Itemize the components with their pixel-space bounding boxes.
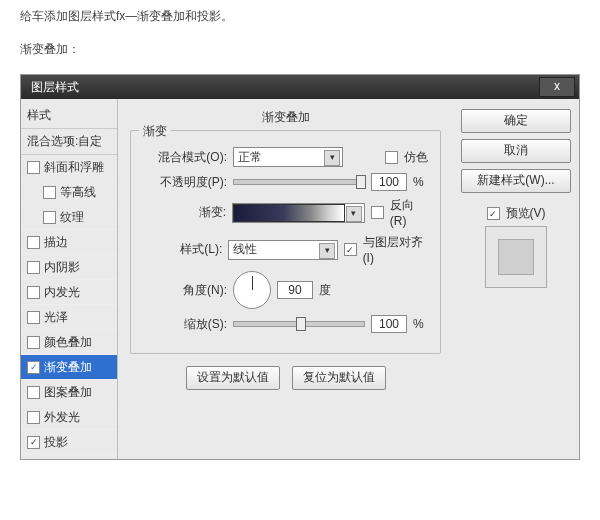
sidebar-checkbox[interactable] bbox=[27, 236, 40, 249]
sidebar-checkbox[interactable]: ✓ bbox=[27, 361, 40, 374]
angle-dial[interactable] bbox=[233, 271, 271, 309]
opacity-label: 不透明度(P): bbox=[141, 174, 227, 191]
sidebar-item-2[interactable]: 纹理 bbox=[21, 205, 117, 230]
preview-checkbox[interactable]: ✓ bbox=[487, 207, 500, 220]
opacity-value[interactable]: 100 bbox=[371, 173, 407, 191]
opacity-unit: % bbox=[413, 175, 424, 189]
reverse-label: 反向(R) bbox=[390, 197, 430, 228]
reverse-checkbox[interactable] bbox=[371, 206, 384, 219]
sidebar-item-4[interactable]: 内阴影 bbox=[21, 255, 117, 280]
sidebar-item-0[interactable]: 斜面和浮雕 bbox=[21, 155, 117, 180]
sidebar-item-label: 内阴影 bbox=[44, 259, 80, 276]
sidebar-item-label: 图案叠加 bbox=[44, 384, 92, 401]
sidebar-item-3[interactable]: 描边 bbox=[21, 230, 117, 255]
sidebar-checkbox[interactable]: ✓ bbox=[27, 436, 40, 449]
style-value: 线性 bbox=[233, 241, 257, 258]
new-style-button[interactable]: 新建样式(W)... bbox=[461, 169, 571, 193]
align-checkbox[interactable]: ✓ bbox=[344, 243, 356, 256]
scale-label: 缩放(S): bbox=[141, 316, 227, 333]
sidebar-item-label: 投影 bbox=[44, 434, 68, 451]
sidebar-item-11[interactable]: ✓投影 bbox=[21, 430, 117, 455]
gradient-picker[interactable]: ▾ bbox=[232, 203, 365, 223]
sidebar-item-6[interactable]: 光泽 bbox=[21, 305, 117, 330]
sidebar-item-label: 外发光 bbox=[44, 409, 80, 426]
scale-value[interactable]: 100 bbox=[371, 315, 407, 333]
blend-mode-value: 正常 bbox=[238, 149, 262, 166]
sidebar-checkbox[interactable] bbox=[27, 311, 40, 324]
dither-checkbox[interactable] bbox=[385, 151, 398, 164]
sidebar-header[interactable]: 样式 bbox=[21, 103, 117, 129]
group-legend: 渐变 bbox=[139, 123, 171, 140]
sidebar-item-label: 光泽 bbox=[44, 309, 68, 326]
sidebar-checkbox[interactable] bbox=[27, 161, 40, 174]
blend-options-row[interactable]: 混合选项:自定 bbox=[21, 129, 117, 155]
cancel-button[interactable]: 取消 bbox=[461, 139, 571, 163]
gradient-group: 渐变 混合模式(O): 正常 ▾ 仿色 不透明度(P): 100 % bbox=[130, 130, 441, 354]
sidebar-checkbox[interactable] bbox=[43, 211, 56, 224]
sidebar-checkbox[interactable] bbox=[27, 261, 40, 274]
sidebar-item-label: 颜色叠加 bbox=[44, 334, 92, 351]
sidebar-checkbox[interactable] bbox=[27, 411, 40, 424]
dialog-title: 图层样式 bbox=[25, 79, 539, 96]
blend-mode-select[interactable]: 正常 ▾ bbox=[233, 147, 343, 167]
sidebar-item-label: 描边 bbox=[44, 234, 68, 251]
chevron-down-icon: ▾ bbox=[346, 206, 362, 222]
styles-sidebar: 样式 混合选项:自定 斜面和浮雕等高线纹理描边内阴影内发光光泽颜色叠加✓渐变叠加… bbox=[21, 99, 118, 459]
main-panel: 渐变叠加 渐变 混合模式(O): 正常 ▾ 仿色 不透明度(P): 100 bbox=[118, 99, 453, 459]
dither-label: 仿色 bbox=[404, 149, 428, 166]
chevron-down-icon: ▾ bbox=[324, 150, 340, 166]
style-select[interactable]: 线性 ▾ bbox=[228, 240, 338, 260]
page-instruction-1: 给车添加图层样式fx—渐变叠加和投影。 bbox=[0, 0, 600, 33]
sidebar-item-9[interactable]: 图案叠加 bbox=[21, 380, 117, 405]
preview-thumbnail-inner bbox=[498, 239, 534, 275]
opacity-slider[interactable] bbox=[233, 179, 365, 185]
make-default-button[interactable]: 设置为默认值 bbox=[186, 366, 280, 390]
sidebar-item-label: 内发光 bbox=[44, 284, 80, 301]
titlebar[interactable]: 图层样式 x bbox=[21, 75, 579, 99]
angle-unit: 度 bbox=[319, 282, 331, 299]
sidebar-item-label: 等高线 bbox=[60, 184, 96, 201]
sidebar-checkbox[interactable] bbox=[27, 286, 40, 299]
sidebar-item-1[interactable]: 等高线 bbox=[21, 180, 117, 205]
right-column: 确定 取消 新建样式(W)... ✓ 预览(V) bbox=[453, 99, 579, 459]
ok-button[interactable]: 确定 bbox=[461, 109, 571, 133]
angle-value[interactable]: 90 bbox=[277, 281, 313, 299]
blend-mode-label: 混合模式(O): bbox=[141, 149, 227, 166]
close-button[interactable]: x bbox=[539, 77, 575, 97]
sidebar-item-5[interactable]: 内发光 bbox=[21, 280, 117, 305]
sidebar-checkbox[interactable] bbox=[27, 386, 40, 399]
layer-style-dialog: 图层样式 x 样式 混合选项:自定 斜面和浮雕等高线纹理描边内阴影内发光光泽颜色… bbox=[20, 74, 580, 460]
sidebar-checkbox[interactable] bbox=[43, 186, 56, 199]
sidebar-item-10[interactable]: 外发光 bbox=[21, 405, 117, 430]
preview-thumbnail bbox=[485, 226, 547, 288]
reset-default-button[interactable]: 复位为默认值 bbox=[292, 366, 386, 390]
sidebar-item-label: 纹理 bbox=[60, 209, 84, 226]
sidebar-item-7[interactable]: 颜色叠加 bbox=[21, 330, 117, 355]
scale-unit: % bbox=[413, 317, 424, 331]
style-label: 样式(L): bbox=[141, 241, 222, 258]
sidebar-checkbox[interactable] bbox=[27, 336, 40, 349]
sidebar-item-8[interactable]: ✓渐变叠加 bbox=[21, 355, 117, 380]
page-instruction-2: 渐变叠加： bbox=[0, 33, 600, 66]
section-title: 渐变叠加 bbox=[130, 109, 441, 126]
sidebar-item-label: 渐变叠加 bbox=[44, 359, 92, 376]
angle-label: 角度(N): bbox=[141, 282, 227, 299]
align-label: 与图层对齐(I) bbox=[363, 234, 430, 265]
scale-slider[interactable] bbox=[233, 321, 365, 327]
gradient-swatch bbox=[233, 204, 345, 222]
chevron-down-icon: ▾ bbox=[319, 243, 335, 259]
sidebar-item-label: 斜面和浮雕 bbox=[44, 159, 104, 176]
gradient-label: 渐变: bbox=[141, 204, 226, 221]
preview-label: 预览(V) bbox=[506, 205, 546, 222]
